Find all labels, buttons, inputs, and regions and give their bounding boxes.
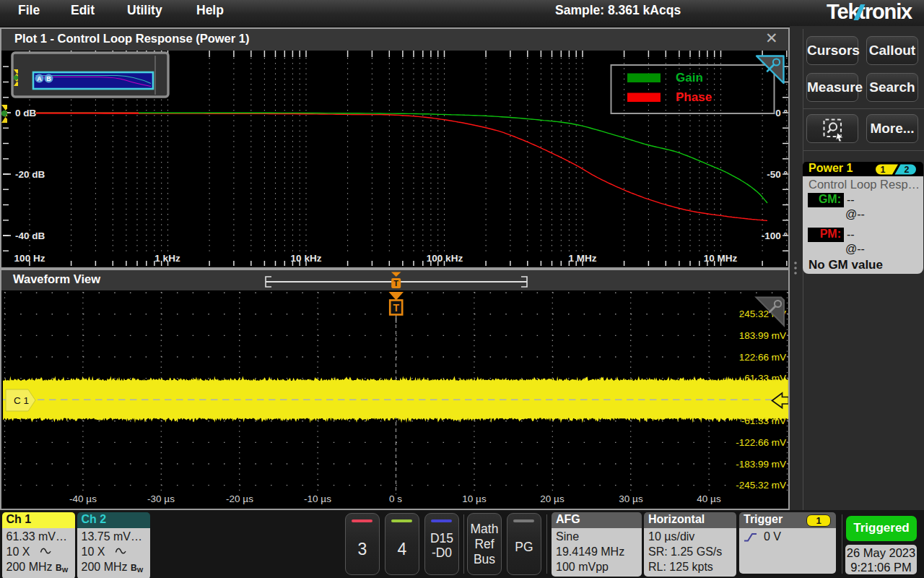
- svg-text:-40 dB: -40 dB: [15, 230, 45, 241]
- svg-text:61.33 mV: 61.33 mV: [744, 373, 786, 384]
- svg-text:40 µs: 40 µs: [697, 493, 721, 504]
- svg-text:-20 dB: -20 dB: [15, 169, 45, 180]
- svg-text:20 µs: 20 µs: [540, 493, 565, 504]
- svg-text:100 kHz: 100 kHz: [427, 253, 463, 264]
- svg-text:Phase: Phase: [676, 90, 712, 104]
- svg-text:1 MHz: 1 MHz: [568, 253, 596, 264]
- svg-text:T: T: [393, 279, 398, 288]
- svg-text:10 µs: 10 µs: [462, 493, 487, 504]
- svg-text:1 kHz: 1 kHz: [154, 253, 180, 264]
- svg-text:-100 °: -100 °: [762, 230, 788, 241]
- svg-text:100 Hz: 100 Hz: [14, 253, 45, 264]
- svg-text:Gain: Gain: [676, 71, 703, 85]
- svg-text:10 kHz: 10 kHz: [291, 253, 322, 264]
- svg-text:30 µs: 30 µs: [619, 493, 643, 504]
- svg-text:1: 1: [881, 165, 886, 175]
- svg-text:T: T: [393, 302, 399, 314]
- svg-text:A: A: [37, 75, 42, 82]
- svg-text:C 1: C 1: [14, 395, 29, 406]
- svg-text:-50 °: -50 °: [767, 169, 788, 180]
- svg-text:-10 µs: -10 µs: [304, 493, 331, 504]
- svg-text:2: 2: [905, 165, 910, 175]
- svg-text:122.66 mV: 122.66 mV: [739, 352, 786, 363]
- svg-text:B: B: [46, 75, 51, 82]
- svg-text:-20 µs: -20 µs: [226, 493, 253, 504]
- svg-text:-40 µs: -40 µs: [69, 493, 97, 504]
- svg-text:10 MHz: 10 MHz: [704, 253, 738, 264]
- svg-text:0 dB: 0 dB: [15, 108, 37, 118]
- svg-text:0 s: 0 s: [389, 493, 402, 504]
- svg-text:0 °: 0 °: [775, 108, 788, 118]
- svg-text:-61.33 mV: -61.33 mV: [741, 415, 786, 426]
- svg-text:-245.32 mV: -245.32 mV: [736, 480, 786, 491]
- svg-text:-122.66 mV: -122.66 mV: [736, 437, 786, 448]
- svg-text:-183.99 mV: -183.99 mV: [736, 459, 786, 470]
- svg-text:183.99 mV: 183.99 mV: [739, 330, 786, 341]
- svg-text:-30 µs: -30 µs: [147, 493, 175, 504]
